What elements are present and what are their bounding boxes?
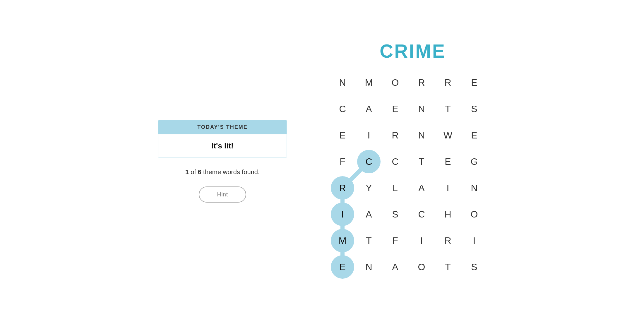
grid-cell[interactable]: R bbox=[436, 71, 460, 94]
grid-cell[interactable]: M bbox=[357, 71, 381, 94]
left-panel: TODAY'S THEME It's lit! 1 of 6 theme wor… bbox=[149, 120, 296, 203]
grid-cell[interactable]: C bbox=[357, 150, 381, 173]
grid-cell[interactable]: A bbox=[383, 255, 407, 279]
grid-cell[interactable]: N bbox=[463, 176, 486, 200]
grid-cell[interactable]: N bbox=[410, 124, 433, 147]
grid-cell[interactable]: S bbox=[463, 255, 486, 279]
grid-cell[interactable]: F bbox=[383, 229, 407, 252]
grid-cell[interactable]: E bbox=[463, 71, 486, 94]
grid-cell[interactable]: Y bbox=[357, 176, 381, 200]
grid-cell[interactable]: T bbox=[436, 255, 460, 279]
grid-cell[interactable]: I bbox=[436, 176, 460, 200]
grid-cell[interactable]: S bbox=[463, 97, 486, 121]
grid-cell[interactable]: O bbox=[383, 71, 407, 94]
letter-grid[interactable]: NMORRECAENTSEIRNWEFCCTEGRYLAINIASCHOMTFI… bbox=[331, 71, 495, 279]
grid-cell[interactable]: A bbox=[357, 97, 381, 121]
grid-cell[interactable]: T bbox=[410, 150, 433, 173]
progress-total: 6 bbox=[198, 168, 201, 176]
grid-cell[interactable]: C bbox=[410, 203, 433, 226]
grid-cell[interactable]: I bbox=[410, 229, 433, 252]
puzzle-title: CRIME bbox=[380, 40, 446, 62]
main-container: TODAY'S THEME It's lit! 1 of 6 theme wor… bbox=[0, 0, 644, 322]
grid-cell[interactable]: C bbox=[383, 150, 407, 173]
right-panel: CRIME NMORRECAENTSEIRNWEFCCTEGRYLAINIASC… bbox=[331, 40, 495, 282]
grid-cell[interactable]: O bbox=[463, 203, 486, 226]
grid-cell[interactable]: R bbox=[410, 71, 433, 94]
grid-cell[interactable]: E bbox=[331, 124, 354, 147]
progress-of: of bbox=[191, 168, 198, 176]
grid-cell[interactable]: R bbox=[331, 176, 354, 200]
grid-cell[interactable]: L bbox=[383, 176, 407, 200]
grid-cell[interactable]: R bbox=[436, 229, 460, 252]
grid-cell[interactable]: E bbox=[331, 255, 354, 279]
grid-cell[interactable]: S bbox=[383, 203, 407, 226]
grid-cell[interactable]: W bbox=[436, 124, 460, 147]
progress-found: 1 bbox=[185, 168, 189, 176]
grid-cell[interactable]: N bbox=[331, 71, 354, 94]
grid-cell[interactable]: E bbox=[383, 97, 407, 121]
grid-cell[interactable]: E bbox=[436, 150, 460, 173]
grid-cell[interactable]: I bbox=[463, 229, 486, 252]
grid-cell[interactable]: M bbox=[331, 229, 354, 252]
grid-cell[interactable]: I bbox=[357, 124, 381, 147]
grid-cell[interactable]: E bbox=[463, 124, 486, 147]
hint-button[interactable]: Hint bbox=[199, 186, 246, 203]
progress-suffix: theme words found. bbox=[203, 168, 260, 176]
grid-cell[interactable]: I bbox=[331, 203, 354, 226]
theme-value: It's lit! bbox=[158, 134, 287, 157]
grid-cell[interactable]: G bbox=[463, 150, 486, 173]
grid-wrapper: NMORRECAENTSEIRNWEFCCTEGRYLAINIASCHOMTFI… bbox=[331, 71, 495, 282]
grid-cell[interactable]: F bbox=[331, 150, 354, 173]
grid-cell[interactable]: O bbox=[410, 255, 433, 279]
grid-cell[interactable]: C bbox=[331, 97, 354, 121]
grid-cell[interactable]: T bbox=[436, 97, 460, 121]
grid-cell[interactable]: H bbox=[436, 203, 460, 226]
theme-box: TODAY'S THEME It's lit! bbox=[158, 120, 287, 158]
theme-header: TODAY'S THEME bbox=[158, 120, 287, 134]
grid-cell[interactable]: N bbox=[357, 255, 381, 279]
grid-cell[interactable]: A bbox=[357, 203, 381, 226]
progress-text: 1 of 6 theme words found. bbox=[185, 168, 260, 176]
grid-cell[interactable]: A bbox=[410, 176, 433, 200]
grid-cell[interactable]: R bbox=[383, 124, 407, 147]
grid-cell[interactable]: T bbox=[357, 229, 381, 252]
grid-cell[interactable]: N bbox=[410, 97, 433, 121]
